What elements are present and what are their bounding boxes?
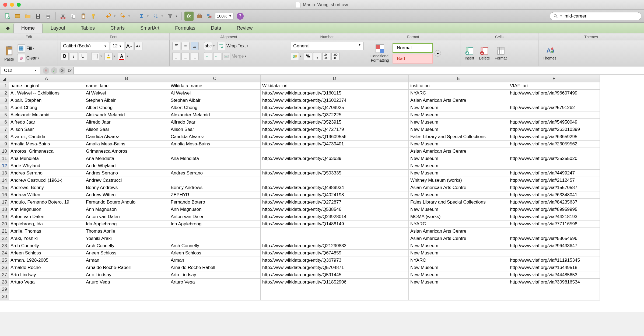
cell[interactable]: Alfredo Jaar (9, 119, 84, 126)
cell[interactable]: http://www.viaf.org/viaf/96607499 (508, 90, 600, 97)
cell[interactable]: http://www.viaf.org/viaf/54950049 (508, 119, 600, 126)
cell[interactable]: New Museum (409, 191, 508, 199)
cell[interactable]: Wikidata_uri (261, 82, 409, 90)
cell[interactable]: ZEPHYR (169, 191, 261, 199)
cell[interactable]: Andrews, Benny (9, 184, 84, 191)
cell[interactable]: http://www.wikidata.org/entity/Q160115 (261, 90, 409, 97)
cell[interactable] (508, 97, 600, 104)
help-button[interactable]: ? (237, 13, 244, 20)
cell[interactable]: MOMA (works) (409, 213, 508, 220)
cell[interactable]: http://www.wikidata.org/entity/Q21290833 (261, 242, 409, 250)
tab-data[interactable]: Data (203, 23, 229, 33)
column-header-E[interactable]: E (409, 75, 508, 82)
cell[interactable]: Aleksandr Melamid (9, 111, 84, 119)
row-header[interactable]: 4 (0, 104, 9, 111)
cell[interactable]: Ann Magnuson (169, 206, 261, 213)
cell[interactable]: Andres Serrano (9, 170, 84, 177)
paste-big-button[interactable]: Paste (3, 45, 16, 61)
cell[interactable]: Andrew Witten (9, 191, 84, 199)
cell[interactable]: New Museum (409, 264, 508, 271)
tab-review[interactable]: Review (229, 23, 260, 33)
cell[interactable] (9, 293, 84, 300)
cell[interactable]: Arturo Vega (9, 279, 84, 286)
autosum-dropdown[interactable]: ▼ (147, 15, 149, 18)
cell[interactable]: http://www.wikidata.org/entity/Q674859 (261, 250, 409, 257)
cell[interactable]: Arman (84, 257, 169, 264)
cell[interactable]: http://www.viaf.org/viaf/77116598 (508, 220, 600, 228)
cell[interactable]: Thomas Aprile (84, 228, 169, 235)
cell[interactable] (169, 162, 261, 170)
cell[interactable] (261, 177, 409, 184)
close-window-button[interactable] (3, 3, 7, 7)
cell[interactable]: Asian American Arts Centre (409, 228, 508, 235)
cell[interactable] (261, 286, 409, 293)
cut-button[interactable] (58, 12, 68, 21)
cell[interactable]: New Museum (409, 126, 508, 133)
comma-button[interactable]: , (313, 52, 321, 60)
tab-charts[interactable]: Charts (103, 23, 132, 33)
autosum-button[interactable] (137, 12, 146, 21)
clear-icon-button[interactable] (17, 54, 25, 62)
cell[interactable]: New Museum (409, 111, 508, 119)
cell[interactable]: Ana Mendieta (84, 155, 169, 162)
cell[interactable]: Asian American Arts Centre (409, 235, 508, 242)
column-header-F[interactable]: F (508, 75, 600, 82)
tab-layout[interactable]: Layout (43, 23, 73, 33)
cell[interactable]: Arleen Schloss (84, 250, 169, 257)
fill-dropdown[interactable]: ▼ (32, 47, 35, 50)
open-button[interactable] (23, 12, 32, 21)
cell[interactable] (169, 148, 261, 155)
row-header[interactable]: 7 (0, 126, 9, 133)
cell[interactable] (261, 293, 409, 300)
cell[interactable] (261, 162, 409, 170)
cell[interactable]: Arleen Schloss (9, 250, 84, 257)
cell[interactable]: Alfredo Jaar (84, 119, 169, 126)
cell[interactable]: Albert Chong (9, 104, 84, 111)
cell[interactable] (84, 286, 169, 293)
fill-icon-button[interactable] (17, 44, 25, 52)
cell[interactable]: Amalia Mesa-Bains (9, 141, 84, 148)
cell[interactable]: Arman (169, 257, 261, 264)
cell[interactable]: Amalia Mesa-Bains (84, 141, 169, 148)
cell[interactable]: Stephen Albair (169, 97, 261, 104)
row-header[interactable]: 18 (0, 206, 9, 213)
tab-formulas[interactable]: Formulas (167, 23, 203, 33)
cell[interactable]: http://www.wikidata.org/entity/Q591445 (261, 271, 409, 279)
spreadsheet-grid[interactable]: ◢ABCDEF 1name_originalname_labelWikidata… (0, 75, 644, 312)
row-header[interactable]: 8 (0, 133, 9, 141)
cell[interactable]: Ai Weiwei (169, 90, 261, 97)
align-middle-button[interactable] (181, 42, 190, 50)
cell[interactable]: Fernando Botero Angulo (84, 199, 169, 206)
cell[interactable]: Arto Lindsay (169, 271, 261, 279)
align-center-button[interactable] (181, 52, 190, 60)
copy-button[interactable] (69, 12, 78, 21)
insert-function-button[interactable]: ⟳ (59, 67, 65, 74)
cell[interactable]: Anton van Dalen (84, 213, 169, 220)
search-box[interactable]: ▼ (550, 12, 641, 20)
cell[interactable]: Andres Serrano (169, 170, 261, 177)
cell[interactable]: Andrew Castrucci (1961-) (9, 177, 84, 184)
font-color-button[interactable]: A (118, 52, 126, 60)
cell[interactable]: Amalia Mesa-Bains (169, 141, 261, 148)
row-header[interactable]: 17 (0, 199, 9, 206)
styles-more-button[interactable]: ▸ (435, 50, 441, 57)
cell[interactable]: Ida Applebroog (169, 220, 261, 228)
row-header[interactable]: 5 (0, 111, 9, 119)
cell[interactable]: Benny Andrews (169, 184, 261, 191)
number-format-selector[interactable]: General▼ (291, 42, 363, 50)
cell[interactable]: NYARC (409, 257, 508, 264)
clear-dropdown[interactable]: ▼ (37, 57, 40, 60)
insert-cells-button[interactable]: Insert (463, 46, 476, 60)
cell[interactable]: Anton van Dalen (9, 213, 84, 220)
cell[interactable]: New Museum (409, 155, 508, 162)
accept-formula-button[interactable]: ✓ (51, 67, 57, 74)
cell[interactable]: Arturo Vega (84, 279, 169, 286)
border-dropdown[interactable]: ▼ (100, 55, 102, 58)
cell[interactable]: NYARC (409, 90, 508, 97)
cell[interactable]: Arnaldo Roche Rabell (169, 264, 261, 271)
cell[interactable] (169, 177, 261, 184)
cell[interactable]: http://www.viaf.org/viaf/89959995 (508, 206, 600, 213)
cell[interactable]: name_label (84, 82, 169, 90)
cell[interactable]: Andres Serrano (84, 170, 169, 177)
minimize-window-button[interactable] (10, 3, 14, 7)
